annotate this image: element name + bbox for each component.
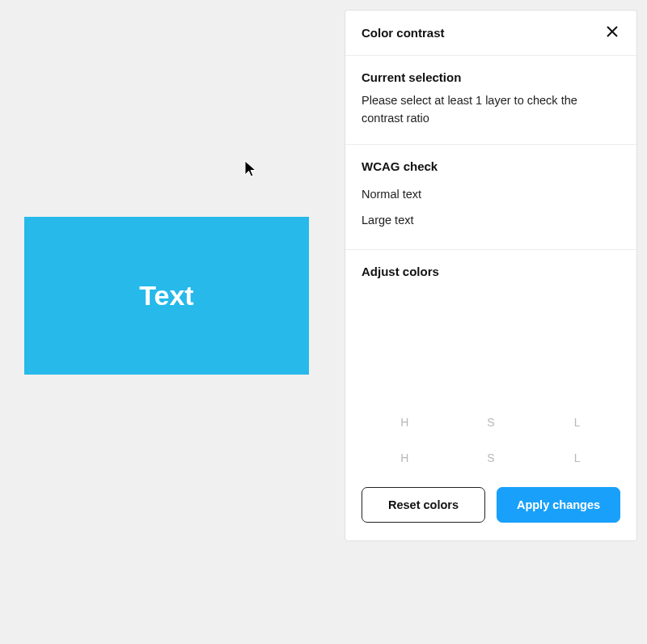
current-selection-message: Please select at least 1 layer to check … (362, 92, 620, 128)
hsl-h-label-1: H (362, 416, 448, 429)
reset-colors-button[interactable]: Reset colors (362, 487, 485, 523)
hsl-s-label-2: S (448, 451, 534, 464)
button-row: Reset colors Apply changes (362, 487, 620, 523)
hsl-s-label-1: S (448, 416, 534, 429)
adjust-colors-section: Adjust colors H S L H S L Reset colors A… (345, 250, 636, 540)
hsl-row-1: H S L (362, 416, 620, 429)
close-button[interactable] (604, 23, 620, 42)
wcag-large-text-row: Large text (362, 207, 620, 233)
wcag-heading: WCAG check (362, 159, 620, 173)
panel-title: Color contrast (362, 26, 445, 40)
current-selection-section: Current selection Please select at least… (345, 56, 636, 145)
color-contrast-panel: Color contrast Current selection Please … (345, 10, 637, 541)
apply-changes-button[interactable]: Apply changes (497, 487, 620, 523)
hsl-l-label-2: L (535, 451, 620, 464)
wcag-normal-text-row: Normal text (362, 181, 620, 207)
hsl-l-label-1: L (535, 416, 620, 429)
close-icon (606, 25, 619, 40)
canvas-sample-rect[interactable]: Text (24, 217, 309, 375)
current-selection-heading: Current selection (362, 70, 620, 84)
cursor-icon (244, 160, 260, 180)
canvas-sample-text: Text (139, 280, 193, 311)
hsl-controls: H S L H S L (362, 416, 620, 464)
wcag-check-section: WCAG check Normal text Large text (345, 145, 636, 250)
panel-header: Color contrast (345, 11, 636, 56)
hsl-row-2: H S L (362, 451, 620, 464)
adjust-colors-heading: Adjust colors (362, 265, 620, 278)
hsl-h-label-2: H (362, 451, 448, 464)
